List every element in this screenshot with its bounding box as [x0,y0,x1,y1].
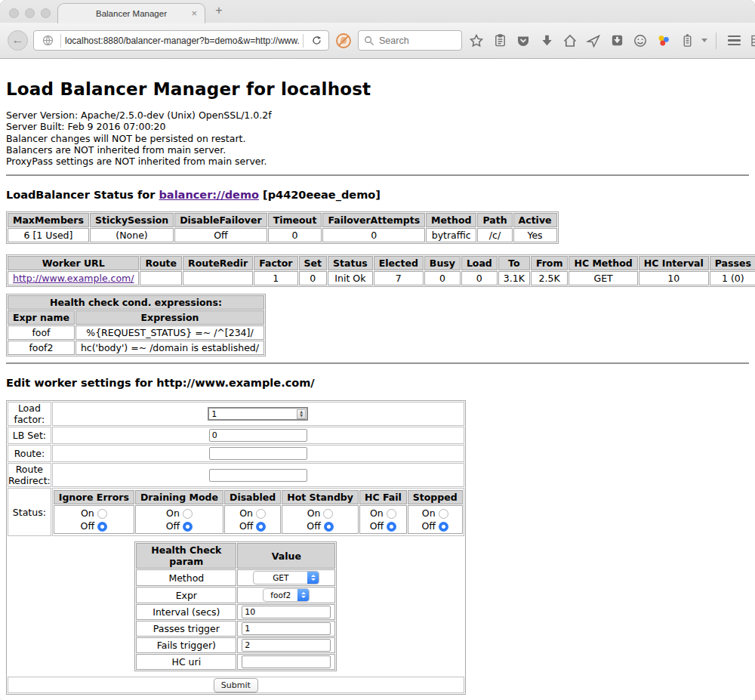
col-stickysession: StickySession [90,213,174,227]
select-arrows-icon [307,572,319,584]
ignore-errors-off-radio[interactable] [97,522,107,532]
draining-mode-off-radio[interactable] [183,522,193,532]
submit-button[interactable]: Submit [214,678,258,692]
chat-smiley-icon[interactable] [631,32,649,50]
disabled-off-radio[interactable] [256,522,266,532]
battery-extension-icon[interactable] [678,32,696,50]
page-title: Load Balancer Manager for localhost [6,59,749,99]
content-block-icon[interactable] [334,32,353,50]
col-disabled: Disabled [224,490,281,504]
tab-balancer-manager[interactable]: Balancer Manager × [57,3,205,23]
inherit-note-line: Balancers are NOT inherited from main se… [6,144,749,156]
table-header-row: MaxMembers StickySession DisableFailover… [8,213,557,227]
hot-standby-on-radio[interactable] [323,509,333,519]
tab-close-icon[interactable]: × [191,8,197,19]
balancer-link[interactable]: balancer://demo [159,189,259,201]
fails-trigger-label: Fails trigger) [136,637,236,653]
reload-icon[interactable] [307,32,325,50]
sidebar-grid-icon[interactable] [748,32,755,50]
download-icon[interactable] [538,32,556,50]
lb-set-input[interactable] [209,429,307,442]
hc-fail-off-radio[interactable] [387,522,396,532]
col-maxmembers: MaxMembers [8,213,89,227]
window-controls [9,8,51,18]
hot-standby-off-radio[interactable] [324,522,334,532]
col-draining-mode: Draining Mode [135,490,223,504]
tab-title: Balancer Manager [96,9,167,18]
edit-worker-form: Load factor: 1 ▲▼ LB Set: Route: Route R… [6,400,466,695]
stopped-off-radio[interactable] [439,522,448,532]
browser-window: Balancer Manager × + ← localhost:8880/ba… [0,0,755,700]
url-divider [303,34,304,48]
server-version-line: Server Version: Apache/2.5.0-dev (Unix) … [6,109,749,121]
route-input[interactable] [209,447,307,460]
divider [6,174,749,176]
url-divider [60,34,61,48]
pocket-icon[interactable] [514,32,532,50]
hc-expr-title: Health check cond. expressions: [8,295,264,310]
table-row: 6 [1 Used] (None) Off 0 0 bytraffic /c/ … [8,228,557,242]
table-row: http://www.example.com/ 1 0 Init Ok 7 0 … [8,271,755,285]
hc-expressions-table: Health check cond. expressions: Expr nam… [6,294,266,356]
select-arrows-icon [297,589,309,601]
route-redirect-label: Route Redirect: [8,463,51,487]
back-button[interactable]: ← [8,30,28,51]
multi-account-dots-icon[interactable] [655,32,673,50]
route-redirect-input[interactable] [209,469,307,482]
passes-trigger-label: Passes trigger [136,621,236,637]
col-disablefailover: DisableFailover [174,213,267,227]
home-icon[interactable] [561,32,579,50]
url-text[interactable]: localhost:8880/balancer-manager?b=demo&w… [65,35,299,46]
status-table: Ignore Errors Draining Mode Disabled Hot… [53,489,464,535]
draining-mode-on-radio[interactable] [183,509,193,519]
page-content: Load Balancer Manager for localhost Serv… [0,59,755,700]
worker-url-link[interactable]: http://www.example.com/ [13,273,134,284]
col-ignore-errors: Ignore Errors [54,490,134,504]
passes-trigger-input[interactable] [242,622,331,635]
traffic-light-minimize-icon[interactable] [25,8,35,18]
server-info: Server Version: Apache/2.5.0-dev (Unix) … [6,109,749,167]
table-header-row: Worker URL Route RouteRedir Factor Set S… [8,256,755,270]
worker-table: Worker URL Route RouteRedir Factor Set S… [6,254,755,287]
expr-select[interactable]: foof2 [263,588,310,602]
table-row: foof %{REQUEST_STATUS} =~ /^[234]/ [8,325,264,340]
col-failoverattempts: FailoverAttempts [322,213,425,227]
search-bar[interactable] [358,30,462,51]
interval-label: Interval (secs) [136,604,236,620]
method-select[interactable]: GET [253,571,319,584]
stopped-on-radio[interactable] [439,509,448,519]
fails-trigger-input[interactable] [242,639,331,652]
traffic-light-close-icon[interactable] [9,8,19,18]
bookmark-star-icon[interactable] [467,32,485,50]
globe-icon [39,32,57,50]
menu-hamburger-icon[interactable] [725,32,743,50]
new-tab-button[interactable]: + [212,4,226,17]
proxypass-note-line: ProxyPass settings are NOT inherited fro… [6,156,749,167]
divider [6,362,749,364]
expr-label: Expr [136,587,236,603]
hc-fail-on-radio[interactable] [387,509,396,519]
lb-set-label: LB Set: [8,427,51,444]
number-stepper-icon[interactable]: ▲▼ [297,409,306,419]
edit-worker-heading: Edit worker settings for http://www.exam… [6,377,749,389]
open-frame-icon[interactable] [608,32,626,50]
send-tab-icon[interactable] [584,32,602,50]
col-path: Path [477,213,512,227]
reading-list-icon[interactable] [491,32,509,50]
toolbar-separator [716,32,716,49]
interval-input[interactable] [242,606,331,618]
ignore-errors-on-radio[interactable] [97,509,107,519]
search-input[interactable] [379,35,447,46]
hc-uri-input[interactable] [242,655,331,668]
col-timeout: Timeout [268,213,322,227]
search-icon [363,35,375,47]
persist-note-line: Balancer changes will NOT be persisted o… [6,133,749,144]
balancer-heading-prefix: LoadBalancer Status for [6,189,159,201]
traffic-light-zoom-icon[interactable] [41,8,51,18]
url-bar[interactable]: localhost:8880/balancer-manager?b=demo&w… [33,30,329,51]
hc-uri-label: HC uri [136,654,236,670]
route-label: Route: [8,445,51,462]
chevron-down-icon[interactable] [701,39,707,42]
disabled-on-radio[interactable] [256,509,266,519]
load-factor-input[interactable]: 1 ▲▼ [208,407,308,421]
